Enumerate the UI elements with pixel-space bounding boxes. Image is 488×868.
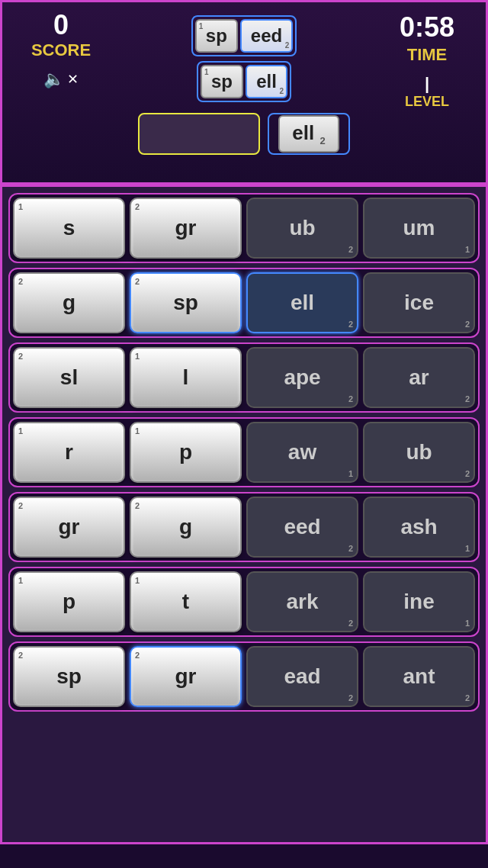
cell-num-br-r6-c2: 2	[348, 693, 353, 702]
answer-tile-inner: ell 2	[278, 115, 339, 153]
cell-r3-c2[interactable]: aw1	[246, 422, 358, 483]
cell-r1-c0[interactable]: 2g	[13, 272, 125, 333]
cell-r3-c3[interactable]: ub2	[363, 422, 475, 483]
cell-num-tl-r2-c0: 2	[18, 352, 23, 361]
cell-text-r6-c1: gr	[175, 664, 197, 689]
word-tile-sp1: 1 sp	[195, 19, 238, 53]
mute-x-icon: ✕	[67, 71, 79, 88]
cell-text-r1-c1: sp	[173, 291, 198, 315]
level-section: | LEVEL	[405, 74, 449, 110]
cell-r4-c3[interactable]: ash1	[363, 497, 475, 558]
cell-r0-c0[interactable]: 1s	[13, 198, 125, 259]
grid-row-2: 2sl1lape2ar2	[8, 342, 480, 413]
cell-text-r5-c2: ark	[286, 590, 318, 614]
cell-r5-c3[interactable]: ine1	[363, 571, 475, 632]
cell-num-tl-r6-c1: 2	[135, 651, 140, 660]
cell-text-r5-c3: ine	[403, 590, 434, 614]
tile-text-eed: eed	[251, 25, 282, 46]
word-tile-eed: eed 2	[240, 19, 293, 53]
grid-row-5: 1p1tark2ine1	[8, 567, 480, 637]
time-label: TIME	[407, 45, 448, 65]
cell-r6-c2[interactable]: ead2	[246, 646, 358, 707]
cell-num-tl-r6-c0: 2	[18, 651, 23, 660]
level-bar: |	[425, 74, 429, 94]
score-number: 0	[53, 11, 69, 39]
tile-text-ell: ell	[256, 71, 277, 92]
score-label: SCORE	[31, 40, 91, 60]
cell-num-tl-r5-c1: 1	[135, 576, 140, 585]
cell-num-tl-r0-c0: 1	[18, 202, 23, 211]
cell-r3-c0[interactable]: 1r	[13, 422, 125, 483]
word-row-speed: 1 sp eed 2	[191, 15, 297, 56]
cell-text-r5-c1: t	[182, 590, 189, 614]
grid-area: 1s2grub2um12g2spell2ice22sl1lape2ar21r1p…	[0, 187, 488, 722]
tile-text-sp1: sp	[206, 25, 227, 46]
tile-num-tl-2: 1	[204, 68, 209, 76]
cell-text-r3-c0: r	[65, 440, 73, 465]
mute-button[interactable]: 🔈 ✕	[43, 69, 79, 89]
cell-num-tl-r1-c0: 2	[18, 277, 23, 286]
tile-num-br-2: 2	[279, 87, 284, 95]
cell-text-r2-c3: ar	[409, 365, 429, 390]
cell-num-tl-r4-c1: 2	[135, 501, 140, 510]
cell-text-r2-c0: sl	[60, 365, 78, 390]
header: 0 SCORE 🔈 ✕ 1 sp eed 2	[0, 0, 488, 187]
cell-num-tl-r4-c0: 2	[18, 501, 23, 510]
cell-text-r4-c2: eed	[284, 515, 320, 539]
cell-r2-c3[interactable]: ar2	[363, 347, 475, 408]
cell-r6-c1[interactable]: 2gr	[130, 646, 242, 707]
cell-text-r3-c1: p	[179, 440, 192, 465]
cell-r2-c1[interactable]: 1l	[130, 347, 242, 408]
speaker-icon: 🔈	[43, 69, 64, 89]
cell-r5-c1[interactable]: 1t	[130, 571, 242, 632]
time-section: 0:58 TIME | LEVEL	[381, 11, 473, 110]
cell-num-tl-r1-c1: 2	[135, 277, 140, 286]
cell-num-br-r1-c3: 2	[465, 320, 470, 329]
cell-r4-c1[interactable]: 2g	[130, 497, 242, 558]
cell-text-r1-c2: ell	[291, 291, 314, 315]
tile-num-tl-1: 1	[199, 22, 204, 31]
cell-r4-c0[interactable]: 2gr	[13, 497, 125, 558]
tile-text-sp2: sp	[211, 71, 233, 92]
input-box[interactable]	[138, 113, 260, 155]
cell-r2-c0[interactable]: 2sl	[13, 347, 125, 408]
cell-text-r4-c1: g	[179, 515, 192, 539]
cell-text-r4-c3: ash	[400, 515, 437, 539]
cell-num-br-r2-c3: 2	[465, 394, 470, 403]
cell-r0-c3[interactable]: um1	[363, 198, 475, 259]
cell-num-br-r3-c2: 1	[348, 469, 353, 478]
cell-r2-c2[interactable]: ape2	[246, 347, 358, 408]
bottom-area	[0, 722, 488, 844]
cell-r1-c1[interactable]: 2sp	[130, 272, 242, 333]
answer-tile: ell 2	[268, 113, 349, 155]
cell-text-r1-c3: ice	[404, 291, 434, 315]
cell-text-r0-c2: ub	[289, 216, 315, 240]
cell-num-br-r5-c3: 1	[465, 619, 470, 628]
cell-r1-c3[interactable]: ice2	[363, 272, 475, 333]
word-row-outer-spell: 1 sp ell 2	[197, 61, 291, 102]
cell-num-tl-r5-c0: 1	[18, 576, 23, 585]
cell-num-br-r5-c2: 2	[348, 619, 353, 628]
cell-text-r3-c3: ub	[406, 440, 432, 465]
time-number: 0:58	[400, 11, 454, 43]
answer-tile-num: 2	[319, 135, 325, 146]
word-row-outer-speed: 1 sp eed 2	[191, 15, 297, 56]
word-row-spell: 1 sp ell 2	[197, 61, 291, 102]
cell-r0-c2[interactable]: ub2	[246, 198, 358, 259]
cell-num-br-r4-c2: 2	[348, 544, 353, 553]
cell-r0-c1[interactable]: 2gr	[130, 198, 242, 259]
cell-text-r4-c0: gr	[59, 515, 80, 539]
cell-r5-c2[interactable]: ark2	[246, 571, 358, 632]
cell-text-r6-c2: ead	[284, 664, 320, 689]
cell-r1-c2[interactable]: ell2	[246, 272, 358, 333]
cell-r3-c1[interactable]: 1p	[130, 422, 242, 483]
cell-num-tl-r2-c1: 1	[135, 352, 140, 361]
cell-r5-c0[interactable]: 1p	[13, 571, 125, 632]
cell-r6-c0[interactable]: 2sp	[13, 646, 125, 707]
tile-num-br-1: 2	[285, 41, 290, 50]
grid-row-3: 1r1paw1ub2	[8, 417, 480, 487]
cell-text-r6-c3: ant	[403, 664, 435, 689]
cell-r4-c2[interactable]: eed2	[246, 497, 358, 558]
cell-r6-c3[interactable]: ant2	[363, 646, 475, 707]
cell-num-br-r3-c3: 2	[465, 469, 470, 478]
